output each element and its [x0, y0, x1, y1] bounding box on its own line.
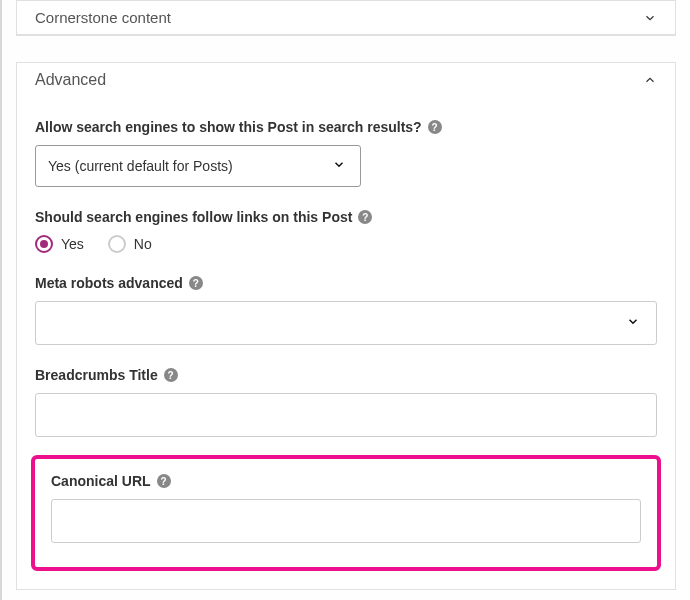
radio-indicator-unchecked	[108, 235, 126, 253]
allow-search-selected: Yes (current default for Posts)	[48, 158, 233, 174]
help-icon[interactable]: ?	[189, 276, 203, 290]
advanced-panel: Advanced Allow search engines to show th…	[16, 62, 676, 590]
meta-robots-label-text: Meta robots advanced	[35, 275, 183, 291]
canonical-label-text: Canonical URL	[51, 473, 151, 489]
help-icon[interactable]: ?	[428, 120, 442, 134]
canonical-label: Canonical URL ?	[51, 473, 641, 489]
chevron-down-icon	[332, 158, 346, 175]
follow-links-label: Should search engines follow links on th…	[35, 209, 657, 225]
cornerstone-header[interactable]: Cornerstone content	[17, 1, 675, 35]
breadcrumbs-label-text: Breadcrumbs Title	[35, 367, 158, 383]
breadcrumbs-label: Breadcrumbs Title ?	[35, 367, 657, 383]
radio-no-label: No	[134, 236, 152, 252]
breadcrumbs-input[interactable]	[35, 393, 657, 437]
advanced-title: Advanced	[35, 71, 106, 89]
advanced-header[interactable]: Advanced	[17, 63, 675, 97]
canonical-highlight: Canonical URL ?	[31, 455, 661, 571]
meta-robots-label: Meta robots advanced ?	[35, 275, 657, 291]
radio-no[interactable]: No	[108, 235, 152, 253]
help-icon[interactable]: ?	[157, 474, 171, 488]
radio-indicator-checked	[35, 235, 53, 253]
chevron-up-icon	[643, 73, 657, 87]
allow-search-select[interactable]: Yes (current default for Posts)	[35, 145, 361, 187]
meta-robots-select[interactable]	[35, 301, 657, 345]
cornerstone-panel: Cornerstone content	[16, 0, 676, 36]
cornerstone-title: Cornerstone content	[35, 9, 171, 26]
chevron-down-icon	[626, 315, 640, 332]
help-icon[interactable]: ?	[164, 368, 178, 382]
canonical-input[interactable]	[51, 499, 641, 543]
radio-yes-label: Yes	[61, 236, 84, 252]
follow-links-label-text: Should search engines follow links on th…	[35, 209, 352, 225]
help-icon[interactable]: ?	[358, 210, 372, 224]
radio-yes[interactable]: Yes	[35, 235, 84, 253]
advanced-body: Allow search engines to show this Post i…	[17, 119, 675, 589]
chevron-down-icon	[643, 11, 657, 25]
follow-links-radio-group: Yes No	[35, 235, 657, 253]
allow-search-label-text: Allow search engines to show this Post i…	[35, 119, 422, 135]
allow-search-label: Allow search engines to show this Post i…	[35, 119, 657, 135]
